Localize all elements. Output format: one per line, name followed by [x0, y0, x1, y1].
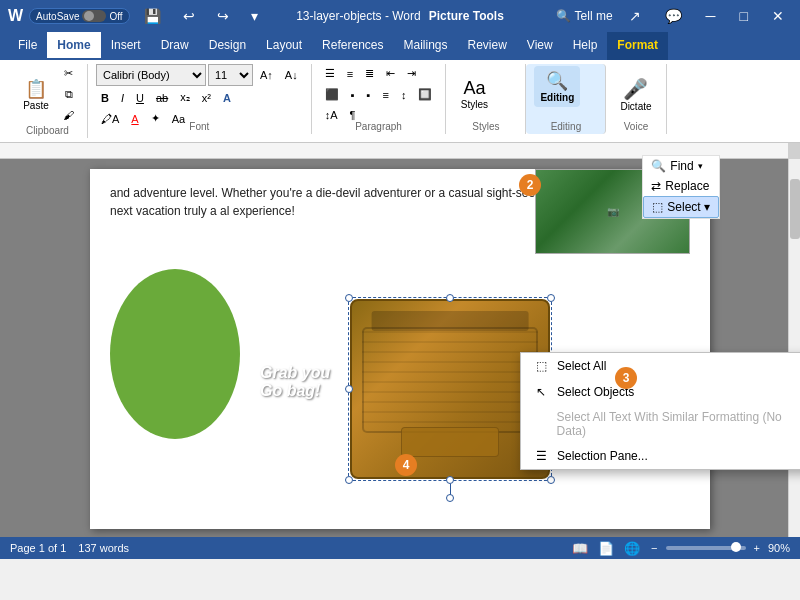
word-count: 137 words [78, 542, 129, 554]
select-similar-icon [533, 416, 549, 432]
print-layout-button[interactable]: 📄 [595, 540, 617, 557]
strikethrough-button[interactable]: ab [151, 89, 173, 107]
zoom-level[interactable]: 90% [768, 542, 790, 554]
font-group-label: Font [189, 121, 209, 132]
tab-draw[interactable]: Draw [151, 32, 199, 60]
maximize-button[interactable]: □ [732, 6, 756, 26]
select-all-item[interactable]: ⬚ Select All [521, 353, 800, 379]
styles-group: Aа Styles Styles [446, 64, 526, 134]
dictate-button[interactable]: 🎤 Dictate [614, 64, 657, 124]
handle-rotate[interactable] [446, 494, 454, 502]
tab-home[interactable]: Home [47, 32, 100, 60]
replace-icon: ⇄ [651, 179, 661, 193]
text-effects-button[interactable]: A [218, 89, 236, 107]
sort-button[interactable]: ↕A [320, 106, 343, 124]
read-mode-button[interactable]: 📖 [569, 540, 591, 557]
zoom-out-label[interactable]: − [651, 542, 657, 554]
status-bar: Page 1 of 1 137 words 📖 📄 🌐 − + 90% [0, 537, 800, 559]
paragraph-group: ☰ ≡ ≣ ⇤ ⇥ ⬛ ▪ ▪ ≡ ↕ 🔲 ↕A ¶ Paragraph [312, 64, 447, 134]
justify-button[interactable]: ≡ [378, 86, 394, 104]
align-left-button[interactable]: ⬛ [320, 85, 344, 104]
voice-group: 🎤 Dictate Voice [606, 64, 666, 134]
find-button[interactable]: 🔍 Find ▾ [643, 156, 719, 176]
voice-group-label: Voice [624, 121, 648, 132]
tab-layout[interactable]: Layout [256, 32, 312, 60]
tab-review[interactable]: Review [458, 32, 517, 60]
scroll-thumb[interactable] [790, 179, 800, 239]
web-layout-button[interactable]: 🌐 [621, 540, 643, 557]
font-name-select[interactable]: Calibri (Body) [96, 64, 206, 86]
select-icon: ⬚ [652, 200, 663, 214]
font-size-select[interactable]: 11 [208, 64, 253, 86]
multilevel-list-button[interactable]: ≣ [360, 64, 379, 83]
font-color-button[interactable]: A [126, 110, 143, 128]
select-objects-item[interactable]: ↖ Select Objects [521, 379, 800, 405]
clipboard-group: 📋 Paste ✂ ⧉ 🖌 Clipboard [8, 64, 88, 138]
tab-mailings[interactable]: Mailings [393, 32, 457, 60]
share-button[interactable]: ↗ [621, 6, 649, 26]
autosave-toggle-switch[interactable] [82, 10, 106, 22]
find-icon: 🔍 [651, 159, 666, 173]
zoom-in-label[interactable]: + [754, 542, 760, 554]
grow-font-button[interactable]: A↑ [255, 66, 278, 84]
align-right-button[interactable]: ▪ [362, 86, 376, 104]
styles-icon: Aа [463, 78, 485, 99]
copy-button[interactable]: ⧉ [58, 85, 79, 104]
clear-format-button[interactable]: ✦ [146, 109, 165, 128]
format-painter-button[interactable]: 🖌 [58, 106, 79, 124]
comments-button[interactable]: 💬 [657, 6, 690, 26]
superscript-button[interactable]: x² [197, 89, 216, 107]
italic-button[interactable]: I [116, 89, 129, 107]
customize-qat-button[interactable]: ▾ [243, 6, 266, 26]
decrease-indent-button[interactable]: ⇤ [381, 64, 400, 83]
handle-top-right[interactable] [547, 294, 555, 302]
change-case-button[interactable]: Aa [167, 110, 190, 128]
undo-button[interactable]: ↩ [175, 6, 203, 26]
tab-file[interactable]: File [8, 32, 47, 60]
tab-insert[interactable]: Insert [101, 32, 151, 60]
tab-references[interactable]: References [312, 32, 393, 60]
replace-button[interactable]: ⇄ Replace [643, 176, 719, 196]
tab-design[interactable]: Design [199, 32, 256, 60]
styles-gallery-button[interactable]: Aа Styles [454, 64, 494, 124]
autosave-toggle[interactable]: AutoSave Off [29, 8, 130, 24]
bold-button[interactable]: B [96, 89, 114, 107]
title-bar-left: W AutoSave Off 💾 ↩ ↪ ▾ [8, 6, 266, 26]
selection-pane-label: Selection Pane... [557, 449, 648, 463]
subscript-button[interactable]: x₂ [175, 88, 195, 107]
editing-group-label: Editing [551, 121, 582, 132]
shrink-font-button[interactable]: A↓ [280, 66, 303, 84]
badge-3: 3 [615, 367, 637, 389]
minimize-button[interactable]: ─ [698, 6, 724, 26]
document-page: 📷 and adventure level. Whether you're a … [90, 169, 710, 529]
cut-button[interactable]: ✂ [58, 64, 79, 83]
tab-view[interactable]: View [517, 32, 563, 60]
increase-indent-button[interactable]: ⇥ [402, 64, 421, 83]
line-spacing-button[interactable]: ↕ [396, 86, 412, 104]
status-left: Page 1 of 1 137 words [10, 542, 129, 554]
paste-button[interactable]: 📋 Paste [16, 64, 56, 124]
handle-bottom-left[interactable] [345, 476, 353, 484]
shading-button[interactable]: 🔲 [413, 85, 437, 104]
text-highlight-button[interactable]: 🖍A [96, 110, 124, 128]
redo-button[interactable]: ↪ [209, 6, 237, 26]
numbering-button[interactable]: ≡ [342, 65, 358, 83]
ruler-corner [788, 143, 800, 159]
scroll-bar[interactable] [788, 159, 800, 537]
tab-format[interactable]: Format [607, 32, 668, 60]
underline-button[interactable]: U [131, 89, 149, 107]
save-button[interactable]: 💾 [136, 6, 169, 26]
tell-me-button[interactable]: 🔍 Tell me [556, 9, 613, 23]
bullets-button[interactable]: ☰ [320, 64, 340, 83]
selection-pane-item[interactable]: ☰ Selection Pane... [521, 443, 800, 469]
ribbon-tabs: File Home Insert Draw Design Layout Refe… [0, 32, 800, 60]
close-button[interactable]: ✕ [764, 6, 792, 26]
align-center-button[interactable]: ▪ [346, 86, 360, 104]
handle-bottom-right[interactable] [547, 476, 555, 484]
tab-help[interactable]: Help [563, 32, 608, 60]
select-button[interactable]: ⬚ Select ▾ [643, 196, 719, 218]
green-oval-shape[interactable] [110, 269, 240, 439]
zoom-slider[interactable] [666, 546, 746, 550]
status-right: 📖 📄 🌐 − + 90% [569, 540, 790, 557]
overlay-line2: Go bag! [260, 382, 330, 400]
